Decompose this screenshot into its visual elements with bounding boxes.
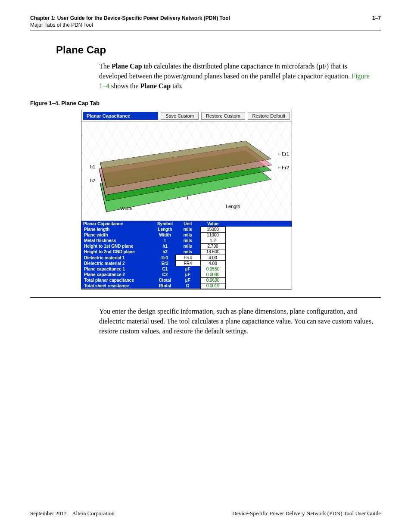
label-er1: ←Er1 xyxy=(277,151,289,156)
label-length: Length xyxy=(226,204,240,209)
row-unit: mils xyxy=(175,243,200,249)
section-heading: Plane Cap xyxy=(56,44,381,56)
table-row: Metal thicknesstmils1.2 xyxy=(81,238,292,243)
row-unit: µF xyxy=(175,266,200,272)
row-label: Height to 2nd GND plane xyxy=(81,249,155,255)
panel-title: Planar Capacitance xyxy=(83,112,158,120)
row-symbol: C2 xyxy=(155,272,175,277)
row-unit: mils xyxy=(175,249,200,255)
table-row: Plane capacitance 1C1µF0.0550 xyxy=(81,266,292,272)
row-symbol: Width xyxy=(155,232,175,238)
restore-custom-button[interactable]: Restore Custom xyxy=(201,112,245,120)
row-value[interactable]: 15000 xyxy=(200,227,225,232)
row-symbol: h1 xyxy=(155,243,175,249)
row-value: 0.0080 xyxy=(200,272,225,277)
row-symbol: h2 xyxy=(155,249,175,255)
table-row: Height to 2nd GND planeh2mils18.600 xyxy=(81,249,292,255)
row-symbol: t xyxy=(155,238,175,243)
th-unit: Unit xyxy=(175,221,200,227)
th-value: Value xyxy=(200,221,225,227)
description-paragraph: You enter the design specific informatio… xyxy=(99,306,377,336)
table-row: Total sheet resistanceRtotalΩ0.0019 xyxy=(81,283,292,289)
row-symbol: Er1 xyxy=(155,255,175,261)
restore-default-button[interactable]: Restore Default xyxy=(248,112,290,120)
table-row: Plane widthWidthmils11000 xyxy=(81,232,292,238)
row-value: 0.0630 xyxy=(200,277,225,283)
row-value[interactable]: 4.00 xyxy=(200,261,225,266)
row-value[interactable]: 4.00 xyxy=(200,255,225,261)
table-row: Height to 1st GND planeh1mils2.700 xyxy=(81,243,292,249)
row-label: Dielectric material 2 xyxy=(81,261,155,266)
table-row: Dielectric material 2Er2FR44.00 xyxy=(81,261,292,266)
row-label: Plane capacitance 1 xyxy=(81,266,155,272)
page-footer: September 2012 Altera Corporation Device… xyxy=(30,510,381,517)
row-symbol: Length xyxy=(155,227,175,232)
row-unit[interactable]: FR4 xyxy=(175,255,200,261)
label-width: Width xyxy=(120,206,132,211)
row-unit[interactable]: FR4 xyxy=(175,261,200,266)
intro-paragraph: The Plane Cap tab calculates the distrib… xyxy=(99,61,377,91)
table-row: Plane capacitance 2C2µF0.0080 xyxy=(81,272,292,277)
label-h1: h1 xyxy=(90,164,95,169)
table-row: Plane lengthLengthmils15000 xyxy=(81,227,292,232)
row-label: Plane capacitance 2 xyxy=(81,272,155,277)
row-value[interactable]: 1.2 xyxy=(200,238,225,243)
row-label: Plane width xyxy=(81,232,155,238)
figure-screenshot: Planar Capacitance Save Custom Restore C… xyxy=(81,110,292,289)
row-value: 0.0019 xyxy=(200,283,225,289)
row-value[interactable]: 11000 xyxy=(200,232,225,238)
row-unit: µF xyxy=(175,272,200,277)
row-value[interactable]: 2.700 xyxy=(200,243,225,249)
chapter-title: Chapter 1: User Guide for the Device-Spe… xyxy=(30,15,230,21)
label-t: t xyxy=(187,195,188,200)
row-unit: Ω xyxy=(175,283,200,289)
row-unit: mils xyxy=(175,227,200,232)
row-label: Metal thickness xyxy=(81,238,155,243)
header-subtitle: Major Tabs of the PDN Tool xyxy=(30,22,230,28)
row-symbol: Er2 xyxy=(155,261,175,266)
table-row: Total planar capacitanceCtotalµF0.0630 xyxy=(81,277,292,283)
figure-caption: Figure 1–4. Plane Cap Tab xyxy=(30,100,381,106)
row-unit: mils xyxy=(175,238,200,243)
parameter-table: Planar Capacitance Symbol Unit Value Pla… xyxy=(81,221,292,289)
page-number: 1–7 xyxy=(372,15,381,28)
plane-diagram: h1 h2 Width Length t ←Er1 ←Er2 xyxy=(81,122,292,221)
row-symbol: Ctotal xyxy=(155,277,175,283)
th-name: Planar Capacitance xyxy=(81,221,155,227)
label-er2: ←Er2 xyxy=(277,165,289,170)
row-value: 0.0550 xyxy=(200,266,225,272)
row-label: Total planar capacitance xyxy=(81,277,155,283)
row-value[interactable]: 18.600 xyxy=(200,249,225,255)
table-row: Dielectric material 1Er1FR44.00 xyxy=(81,255,292,261)
footer-right: Device-Specific Power Delivery Network (… xyxy=(232,510,381,517)
label-h2: h2 xyxy=(90,178,95,183)
divider xyxy=(30,297,381,298)
row-symbol: Rtotal xyxy=(155,283,175,289)
row-unit: µF xyxy=(175,277,200,283)
row-label: Height to 1st GND plane xyxy=(81,243,155,249)
row-label: Total sheet resistance xyxy=(81,283,155,289)
save-custom-button[interactable]: Save Custom xyxy=(161,112,199,120)
row-label: Plane length xyxy=(81,227,155,232)
row-label: Dielectric material 1 xyxy=(81,255,155,261)
page-header: Chapter 1: User Guide for the Device-Spe… xyxy=(30,15,381,31)
row-unit: mils xyxy=(175,232,200,238)
footer-left: September 2012 Altera Corporation xyxy=(30,510,115,517)
row-symbol: C1 xyxy=(155,266,175,272)
th-symbol: Symbol xyxy=(155,221,175,227)
